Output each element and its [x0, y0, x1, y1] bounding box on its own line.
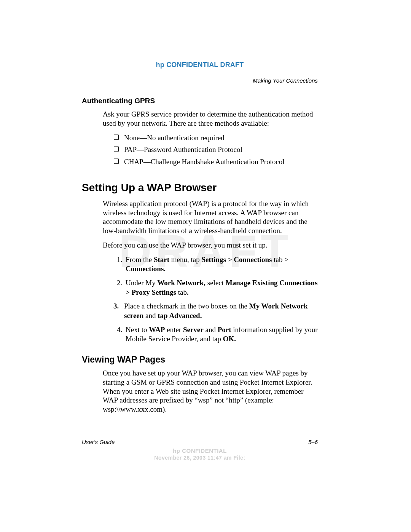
footer-rule: User's Guide 5–6: [82, 437, 318, 445]
footer-date: November 26, 2003 11:47 am File:: [82, 455, 318, 461]
list-item: PAP—Password Authentication Protocol: [113, 145, 318, 154]
text: and: [143, 312, 158, 320]
page-content: hp CONFIDENTIAL DRAFT Making Your Connec…: [82, 61, 318, 461]
footer-page-number: 5–6: [308, 439, 318, 445]
text: menu, tap: [169, 256, 201, 264]
auth-gprs-body: Ask your GPRS service provider to determ…: [103, 110, 318, 166]
bold-text: Start: [154, 256, 169, 264]
header-confidential-draft: hp CONFIDENTIAL DRAFT: [82, 61, 318, 69]
bold-text: OK.: [223, 335, 236, 343]
bold-text: WAP: [149, 326, 165, 334]
text: select: [206, 279, 226, 287]
text: enter: [165, 326, 183, 334]
text: Place a checkmark in the two boxes on th…: [124, 302, 249, 310]
bold-text: tap Advanced.: [158, 312, 202, 320]
text: Next to: [126, 326, 149, 334]
header-rule: Making Your Connections: [82, 77, 318, 85]
viewing-paragraph: Once you have set up your WAP browser, y…: [103, 369, 318, 414]
list-item: None—No authentication required: [113, 133, 318, 142]
list-item: CHAP—Challenge Handshake Authentication …: [113, 157, 318, 166]
text: and: [204, 326, 218, 334]
chapter-title: Making Your Connections: [82, 77, 318, 84]
viewing-body: Once you have set up your WAP browser, y…: [103, 369, 318, 414]
step-2: Under My Work Network, select Manage Exi…: [124, 278, 318, 297]
step-1: From the Start menu, tap Settings > Conn…: [124, 255, 318, 274]
heading-authenticating-gprs: Authenticating GPRS: [82, 97, 318, 105]
text: Under My: [126, 279, 157, 287]
bold-text: Server: [183, 326, 204, 334]
wap-setup-body: Wireless application protocol (WAP) is a…: [103, 199, 318, 344]
footer-left: User's Guide: [82, 439, 115, 445]
footer-confidential: hp CONFIDENTIAL: [82, 447, 318, 454]
wap-setup-p2: Before you can use the WAP browser, you …: [103, 241, 318, 250]
bold-text: Connections.: [126, 265, 166, 273]
wap-setup-steps: From the Start menu, tap Settings > Conn…: [113, 255, 318, 344]
step-4: Next to WAP enter Server and Port inform…: [124, 325, 318, 344]
bold-number: 3.: [113, 302, 119, 311]
step-3: 3. Place a checkmark in the two boxes on…: [113, 302, 318, 320]
bold-text: Settings > Connections: [201, 256, 272, 264]
wap-setup-p1: Wireless application protocol (WAP) is a…: [103, 199, 318, 235]
heading-viewing-wap-pages: Viewing WAP Pages: [82, 355, 318, 365]
text: tab: [176, 288, 187, 296]
heading-setting-up-wap-browser: Setting Up a WAP Browser: [82, 182, 318, 194]
text: From the: [126, 256, 154, 264]
auth-gprs-intro: Ask your GPRS service provider to determ…: [103, 110, 318, 128]
bold-text: .: [187, 288, 189, 296]
bold-text: Port: [218, 326, 231, 334]
bold-text: Work Network,: [157, 279, 206, 287]
auth-methods-list: None—No authentication required PAP—Pass…: [113, 133, 318, 166]
text: tab >: [272, 256, 288, 264]
